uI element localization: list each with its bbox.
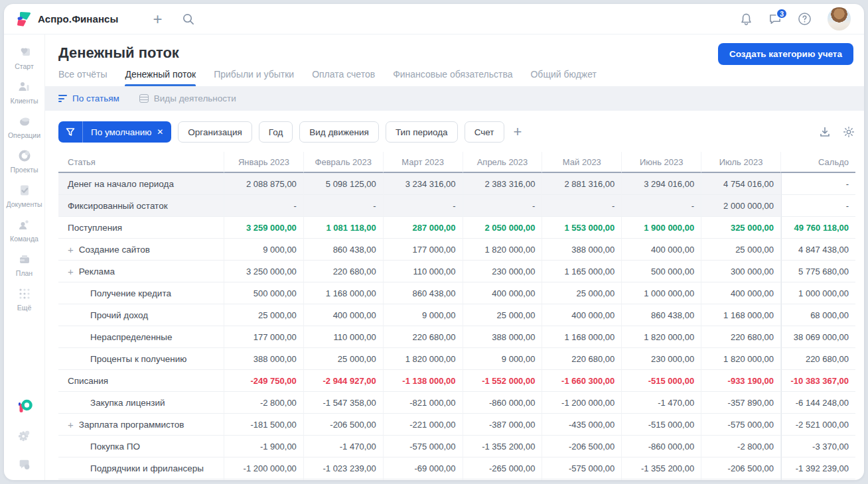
- filter-funnel-icon: [58, 121, 83, 143]
- table-row[interactable]: Списания-249 750,00-2 944 927,00-1 138 0…: [58, 370, 855, 392]
- product-mini-logo-icon[interactable]: [17, 398, 33, 414]
- filter-chip-5[interactable]: Счет: [465, 121, 504, 143]
- filter-chip-2[interactable]: Год: [259, 121, 293, 143]
- month-value: -1 547 358,00: [304, 479, 384, 480]
- month-value: 860 438,00: [622, 304, 701, 326]
- column-header[interactable]: Апрель 2023: [463, 152, 543, 173]
- sidebar-item-plan[interactable]: План: [4, 252, 44, 277]
- help-icon[interactable]: [798, 12, 812, 26]
- user-avatar[interactable]: [828, 7, 851, 30]
- table-row[interactable]: Фиксированный остаток------2 000 000,00-: [58, 195, 855, 217]
- app-logo[interactable]: Аспро.Финансы: [15, 11, 118, 28]
- month-value: 388 000,00: [542, 239, 622, 261]
- month-value: 220 680,00: [384, 326, 463, 348]
- month-value: 9 000,00: [384, 304, 463, 326]
- column-header[interactable]: Февраль 2023: [304, 152, 384, 173]
- sidebar-item-more[interactable]: Ещё: [4, 286, 44, 312]
- documents-icon: [17, 183, 32, 198]
- month-value: 860 438,00: [384, 282, 463, 304]
- table-row[interactable]: Получение кредита500 000,001 168 000,008…: [58, 282, 855, 304]
- saldo-value: 49 760 118,00: [781, 217, 855, 239]
- month-value: 1 820 000,00: [701, 348, 781, 370]
- month-value: -1 200 000,00: [224, 457, 304, 479]
- month-value: -575 000,00: [542, 457, 622, 479]
- month-value: 1 820 000,00: [463, 239, 543, 261]
- operations-icon: [17, 114, 32, 129]
- plan-icon: [17, 252, 32, 267]
- tab-6[interactable]: Общий бюджет: [530, 69, 596, 86]
- table-row[interactable]: Нераспределенные177 000,00110 000,00220 …: [58, 326, 855, 348]
- month-value: 25 000,00: [463, 304, 543, 326]
- table-row[interactable]: Прочий доход25 000,00400 000,009 000,002…: [58, 304, 855, 326]
- month-value: 1 168 000,00: [304, 282, 384, 304]
- filter-chip-4[interactable]: Тип периода: [386, 121, 458, 143]
- month-value: 177 000,00: [384, 239, 463, 261]
- month-value: -69 000,00: [384, 457, 463, 479]
- tab-5[interactable]: Финансовые обязательства: [393, 69, 512, 86]
- create-category-button[interactable]: Создать категорию учета: [718, 43, 853, 65]
- month-value: -: [542, 195, 622, 217]
- table-row[interactable]: +Зарплата программистов-2 800,00-1 547 3…: [58, 479, 855, 480]
- expand-row-icon[interactable]: +: [68, 420, 74, 430]
- clear-filter-icon[interactable]: ✕: [157, 127, 171, 137]
- subtab-2[interactable]: Виды деятельности: [139, 93, 236, 103]
- add-filter-icon[interactable]: +: [514, 125, 522, 139]
- subtab-label: Виды деятельности: [154, 93, 236, 103]
- sidebar-item-operations[interactable]: Операции: [4, 114, 44, 139]
- saldo-value: -10 383 367,00: [781, 370, 855, 392]
- month-value: -1 200 000,00: [542, 479, 622, 480]
- column-header[interactable]: Июнь 2023: [622, 152, 701, 173]
- table-row[interactable]: Денег на начало периода2 088 875,005 098…: [58, 173, 855, 195]
- month-value: 1 820 000,00: [384, 348, 463, 370]
- table-row[interactable]: Поступления3 259 000,001 081 118,00287 0…: [58, 217, 855, 239]
- column-header[interactable]: Март 2023: [384, 152, 463, 173]
- table-row[interactable]: Закупка лицензий-2 800,00-1 547 358,00-8…: [58, 392, 855, 414]
- saldo-value: 5 775 680,00: [781, 261, 855, 282]
- column-header[interactable]: Май 2023: [542, 152, 622, 173]
- sidebar-item-clients[interactable]: Клиенты: [4, 80, 44, 105]
- add-icon[interactable]: +: [153, 11, 162, 27]
- brand-icon: [15, 11, 32, 28]
- messages-icon[interactable]: 3: [768, 13, 782, 25]
- row-label: Фиксированный остаток: [58, 195, 224, 217]
- clients-icon: [17, 80, 32, 94]
- more-icon: [18, 286, 31, 301]
- tab-1[interactable]: Все отчёты: [58, 69, 107, 86]
- table-row[interactable]: Покупка ПО-1 900,00-1 470,00-575 000,00-…: [58, 436, 855, 457]
- row-label: +Создание сайтов: [58, 239, 224, 261]
- tab-3[interactable]: Прибыли и убытки: [214, 69, 294, 86]
- support-chat-icon[interactable]: [17, 457, 32, 472]
- messages-count-badge: 3: [776, 8, 788, 19]
- month-value: -1 470,00: [304, 436, 384, 457]
- month-value: 860 438,00: [304, 239, 384, 261]
- table-row[interactable]: Подрядчики и фрилансеры-1 200 000,00-1 0…: [58, 457, 855, 479]
- table-row[interactable]: +Создание сайтов9 000,00860 438,00177 00…: [58, 239, 855, 261]
- table-settings-gear-icon[interactable]: [843, 126, 855, 138]
- month-value: -206 500,00: [304, 414, 384, 436]
- sidebar-item-projects[interactable]: Проекты: [4, 149, 44, 174]
- export-download-icon[interactable]: [819, 126, 831, 138]
- column-header[interactable]: Июль 2023: [701, 152, 781, 173]
- month-value: 9 000,00: [224, 239, 304, 261]
- subtab-1[interactable]: По статьям: [58, 93, 119, 104]
- sidebar-item-start[interactable]: Старт: [4, 45, 44, 70]
- table-row[interactable]: Проценты к получению388 000,0025 000,001…: [58, 348, 855, 370]
- settings-icon[interactable]: [17, 428, 32, 443]
- tab-4[interactable]: Оплата счетов: [312, 69, 375, 86]
- sidebar-item-documents[interactable]: Документы: [4, 183, 44, 208]
- month-value: -387 000,00: [463, 414, 543, 436]
- month-value: 388 000,00: [224, 348, 304, 370]
- search-icon[interactable]: [182, 13, 194, 25]
- filter-chip-1[interactable]: Организация: [178, 121, 252, 143]
- table-row[interactable]: +Зарплата программистов-181 500,00-206 5…: [58, 414, 855, 436]
- table-row[interactable]: +Реклама3 250 000,00220 680,00110 000,00…: [58, 261, 855, 282]
- month-value: -181 500,00: [224, 414, 304, 436]
- applied-filter-chip[interactable]: По умолчанию ✕: [58, 121, 171, 143]
- filter-chip-3[interactable]: Вид движения: [299, 121, 379, 143]
- sidebar-item-team[interactable]: Команда: [4, 217, 44, 243]
- expand-row-icon[interactable]: +: [68, 267, 74, 276]
- column-header[interactable]: Январь 2023: [224, 152, 304, 173]
- tab-2[interactable]: Денежный поток: [125, 69, 196, 86]
- notifications-bell-icon[interactable]: [740, 13, 753, 26]
- expand-row-icon[interactable]: +: [68, 245, 74, 255]
